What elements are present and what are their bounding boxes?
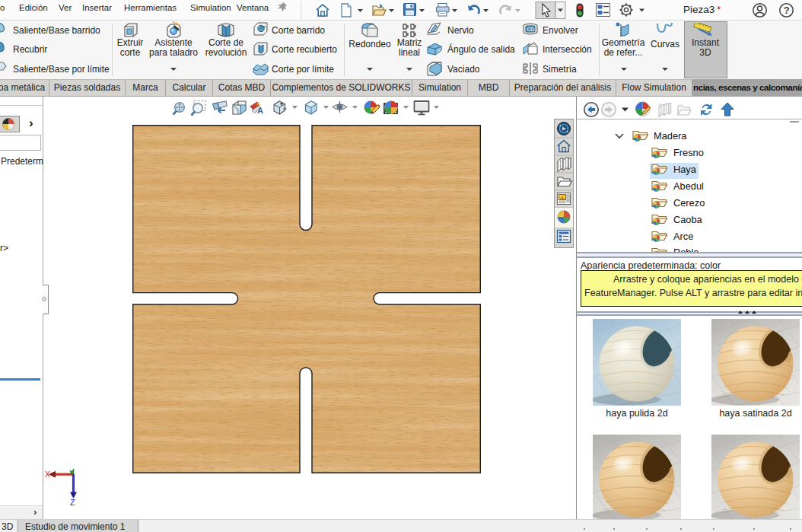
svg-text:Pieza3: Pieza3 bbox=[683, 4, 714, 15]
svg-text:CD: CD bbox=[527, 27, 535, 32]
svg-text:?: ? bbox=[784, 5, 790, 16]
svg-text:Madera: Madera bbox=[654, 130, 687, 142]
svg-text:Arce: Arce bbox=[673, 231, 693, 242]
svg-text:Cerezo: Cerezo bbox=[673, 197, 705, 209]
svg-text:*: * bbox=[717, 4, 721, 15]
svg-text:Roble: Roble bbox=[673, 247, 699, 252]
svg-text:Haya: Haya bbox=[673, 164, 697, 175]
svg-text:Caoba: Caoba bbox=[673, 214, 703, 225]
svg-text:A: A bbox=[257, 106, 263, 115]
svg-text:Fresno: Fresno bbox=[673, 147, 704, 158]
svg-text:Z: Z bbox=[70, 498, 75, 507]
svg-text:Abedul: Abedul bbox=[673, 180, 704, 192]
